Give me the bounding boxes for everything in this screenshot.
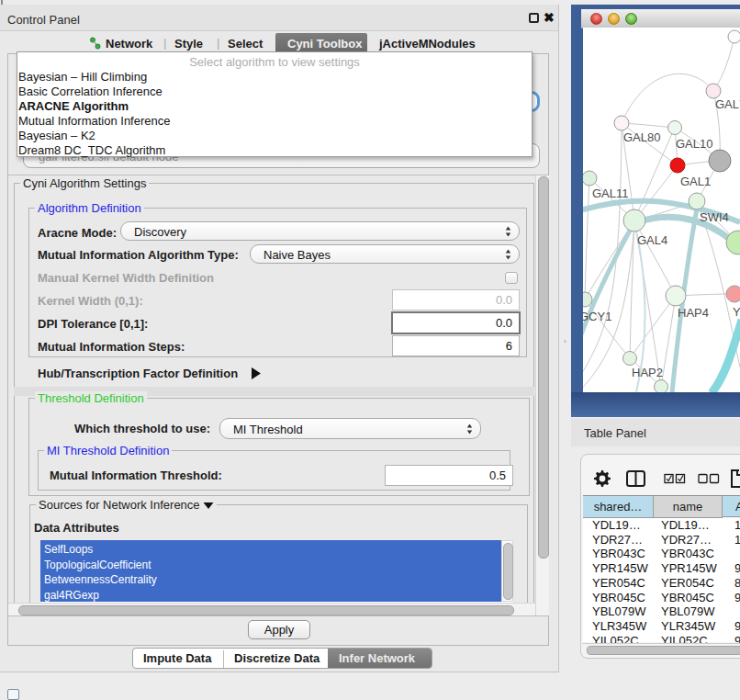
svg-text:GCY1: GCY1 (583, 310, 611, 323)
svg-text:HAP4: HAP4 (678, 306, 709, 320)
svg-text:GAL10: GAL10 (676, 137, 712, 151)
svg-text:HAP2: HAP2 (632, 366, 663, 379)
svg-text:GAL7: GAL7 (715, 97, 740, 111)
svg-text:GAL1: GAL1 (680, 175, 711, 188)
svg-text:YD: YD (733, 305, 740, 319)
svg-text:GAL4: GAL4 (637, 233, 667, 247)
svg-text:SWI4: SWI4 (700, 210, 729, 224)
svg-text:GAL80: GAL80 (623, 130, 660, 144)
svg-text:GAL11: GAL11 (592, 186, 629, 200)
